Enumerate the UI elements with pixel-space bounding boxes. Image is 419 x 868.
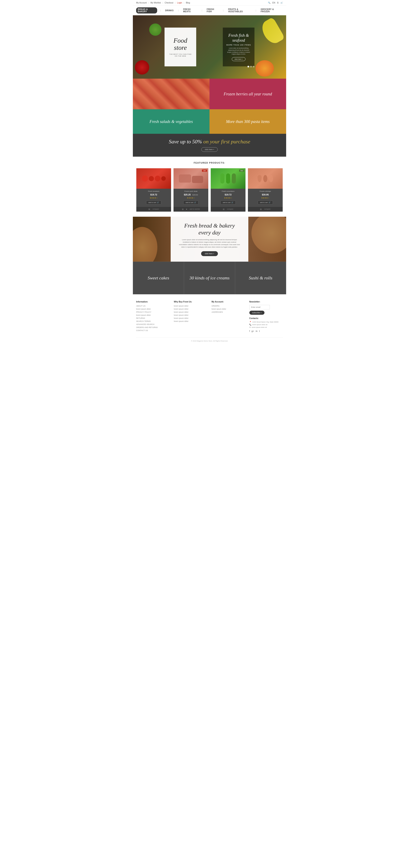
footer-why-link2[interactable]: lorem ipsum dolor bbox=[174, 308, 208, 310]
shrimp-decoration bbox=[248, 168, 283, 189]
compare-label-cucumber[interactable]: compare bbox=[227, 208, 233, 210]
bakery-banner: Fresh bread & bakery every day Lorem ips… bbox=[133, 217, 286, 261]
google-plus-link[interactable]: g+ bbox=[251, 330, 254, 332]
hero-store-box: Food store THE BEST YOU CAN FIND ON THE … bbox=[164, 28, 196, 66]
login-link[interactable]: Login bbox=[177, 2, 182, 4]
nav-fresh-fish[interactable]: FRESH FISH bbox=[205, 7, 220, 13]
fish-click-btn[interactable]: click here > bbox=[232, 57, 245, 61]
product-image-cucumber: new bbox=[211, 168, 245, 189]
nav-drinks[interactable]: DRINKS bbox=[163, 8, 175, 12]
footer-info-link2[interactable]: lorem ipsum dolor bbox=[136, 314, 170, 316]
language-selector[interactable]: EN bbox=[272, 2, 275, 4]
footer-why-link6[interactable]: lorem ipsum dolor bbox=[174, 320, 208, 322]
linkedin-link[interactable]: in bbox=[256, 330, 258, 332]
nav-bread-bakery[interactable]: BREAD & BAKERY bbox=[136, 7, 157, 13]
product-price-shrimp: $30.95 bbox=[262, 193, 269, 196]
footer: Information: ABOUT US lorem ipsum dolor … bbox=[133, 294, 286, 346]
my-account-link[interactable]: My Account bbox=[136, 2, 147, 4]
salmon-grid-item[interactable] bbox=[133, 79, 210, 109]
newsletter-email-input[interactable] bbox=[249, 305, 270, 309]
footer-orders-link[interactable]: ORDERS bbox=[212, 305, 245, 307]
footer-why-buy: Why buy from us: lorem ipsum dolor lorem… bbox=[174, 301, 208, 333]
pasta-text: More than 300 pasta items bbox=[226, 119, 270, 124]
dot-2[interactable] bbox=[250, 66, 252, 67]
footer-contact[interactable]: CONTACT US bbox=[136, 330, 170, 332]
dot-1[interactable] bbox=[247, 66, 249, 67]
twitter-link[interactable]: t bbox=[259, 330, 260, 332]
bakery-content-box: Fresh bread & bakery every day Lorem ips… bbox=[171, 217, 248, 261]
search-icon[interactable]: 🔍 bbox=[268, 2, 270, 4]
footer-account-link1[interactable]: lorem ipsum dolor bbox=[212, 308, 245, 310]
nav-grocery[interactable]: GROCERY & FROZEN bbox=[259, 7, 283, 13]
product-card-shrimp: Frozen shrimps $30.95 ★★★★☆ add to cart … bbox=[248, 168, 283, 212]
compare-label-tomatoes[interactable]: compare bbox=[152, 208, 159, 210]
product-name-shrimp: Frozen shrimps bbox=[249, 190, 281, 192]
product-info-tomatoes: Fresh tomatoes $19.72 ★★★★☆ add to cart … bbox=[136, 189, 171, 207]
subscribe-button[interactable]: subscribe > bbox=[249, 311, 265, 315]
compare-icon-cucumber[interactable]: ⊞ bbox=[223, 208, 225, 210]
nav-fruits-veg[interactable]: FRUITS & VEGETABLES bbox=[227, 7, 253, 13]
product-price-tomatoes: $19.72 bbox=[150, 193, 157, 196]
dot-3[interactable] bbox=[253, 66, 255, 67]
compare-icon-tomatoes[interactable]: ⊞ bbox=[148, 208, 150, 210]
add-to-cart-tomatoes[interactable]: add to cart 🛒 bbox=[146, 200, 161, 205]
footer-why-link5[interactable]: lorem ipsum dolor bbox=[174, 317, 208, 319]
footer-search-terms[interactable]: SEARCH TERMS bbox=[136, 320, 170, 322]
footer-info-link1[interactable]: lorem ipsum dolor bbox=[136, 308, 170, 310]
top-bar-links: My Account | My Wishlist | Checkout | Lo… bbox=[136, 2, 190, 4]
sushi-block[interactable]: Sushi & rolls bbox=[235, 261, 286, 294]
main-nav: BREAD & BAKERY | DRINKS | FRESH MEATS | … bbox=[133, 6, 286, 15]
compare-icon-shrimp[interactable]: ⊞ bbox=[260, 208, 262, 210]
footer-orders-returns[interactable]: ORDERS AND RETURNS bbox=[136, 327, 170, 329]
footer-why-link3[interactable]: lorem ipsum dolor bbox=[174, 311, 208, 313]
product-image-shrimp bbox=[248, 168, 283, 189]
footer-about[interactable]: ABOUT US bbox=[136, 305, 170, 307]
contact-address: 📍 1234 Street Name City, State 00000 bbox=[249, 321, 283, 323]
my-wishlist-link[interactable]: My Wishlist bbox=[150, 2, 161, 4]
salads-grid-item[interactable]: Fresh salads & vegetables bbox=[133, 109, 210, 134]
wishlist-icon-pork[interactable]: ♥ bbox=[186, 208, 187, 210]
product-price-old-pork: $28.90 bbox=[192, 194, 198, 196]
currency-selector[interactable]: $ bbox=[277, 2, 278, 4]
compare-label-shrimp[interactable]: compare bbox=[264, 208, 270, 210]
promo-click-btn[interactable]: click here > bbox=[201, 147, 218, 152]
top-bar-right: 🔍 EN $ 🛒 bbox=[268, 2, 283, 4]
hero-fish-box: Fresh fish & seafood MORE THAN 100 ITEMS… bbox=[223, 28, 255, 66]
nav-sep3: | bbox=[202, 9, 202, 12]
product-image-pork: sale bbox=[174, 168, 208, 189]
product-stars-pork: ★★★★☆ bbox=[175, 197, 207, 199]
product-pricing-shrimp: $30.95 bbox=[249, 193, 281, 196]
add-to-cart-shrimp[interactable]: add to cart 🛒 bbox=[258, 200, 273, 205]
product-actions-shrimp: ⊞ compare bbox=[248, 207, 283, 212]
compare-icon-pork[interactable]: ⊞ bbox=[182, 208, 183, 210]
nav-sep4: | bbox=[223, 9, 223, 12]
add-to-cart-cucumber[interactable]: add to cart 🛒 bbox=[220, 200, 236, 205]
fish-desc: Lorem dolor sit ametsomething adipiscing… bbox=[226, 47, 251, 55]
footer-privacy[interactable]: PRIVACY POLICY bbox=[136, 311, 170, 313]
cart-icon[interactable]: 🛒 bbox=[280, 2, 283, 4]
nav-fresh-meats[interactable]: FRESH MEATS bbox=[181, 7, 199, 13]
featured-section: FEATURED PRODUCTS: Fresh tomatoes $19.72… bbox=[133, 157, 286, 217]
ice-cream-block[interactable]: 30 kinds of ice creams bbox=[184, 261, 235, 294]
green-fruit-decoration bbox=[149, 24, 161, 36]
salmon-visual bbox=[133, 79, 210, 109]
contacts-section: Contacts: 📍 1234 Street Name City, State… bbox=[249, 317, 283, 332]
add-to-cart-pork[interactable]: add to cart 🛒 bbox=[183, 200, 199, 205]
footer-addresses-link[interactable]: ADDRESSES bbox=[212, 311, 245, 313]
berries-grid-item[interactable]: Frozen berries all year round bbox=[210, 79, 286, 109]
product-name-cucumber: Fresh cucumbers bbox=[212, 190, 244, 192]
wishlist-label-pork[interactable]: add to wishlist bbox=[190, 208, 200, 210]
facebook-link[interactable]: f bbox=[249, 330, 250, 332]
blog-link[interactable]: Blog bbox=[186, 2, 190, 4]
footer-returns[interactable]: RETURNS bbox=[136, 317, 170, 319]
product-add-container-tomatoes: add to cart 🛒 bbox=[138, 200, 170, 205]
bakery-click-btn[interactable]: click here > bbox=[201, 251, 218, 256]
sweet-cakes-text: Sweet cakes bbox=[148, 275, 169, 281]
footer-why-link1[interactable]: lorem ipsum dolor bbox=[174, 305, 208, 307]
footer-advanced-search[interactable]: ADVANCED SEARCH bbox=[136, 323, 170, 326]
pasta-grid-item[interactable]: More than 300 pasta items bbox=[210, 109, 286, 134]
footer-why-link4[interactable]: lorem ipsum dolor bbox=[174, 314, 208, 316]
sweet-cakes-block[interactable]: Sweet cakes bbox=[133, 261, 184, 294]
footer-information: Information: ABOUT US lorem ipsum dolor … bbox=[136, 301, 170, 333]
checkout-link[interactable]: Checkout bbox=[164, 2, 173, 4]
